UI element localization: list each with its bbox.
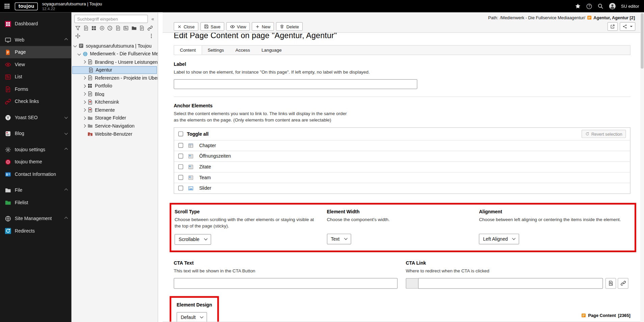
anchor-row[interactable]: Team bbox=[174, 172, 630, 183]
toujou-logo[interactable]: toujou bbox=[15, 2, 38, 10]
help-icon[interactable]: ? bbox=[587, 3, 592, 9]
tab-language[interactable]: Language bbox=[256, 46, 288, 55]
cta-link-input[interactable] bbox=[418, 278, 603, 289]
chevron-up-icon bbox=[64, 217, 68, 220]
tab-access[interactable]: Access bbox=[230, 46, 256, 55]
sidebar-item-forms[interactable]: Forms bbox=[0, 83, 72, 96]
record-uid: [2365] bbox=[618, 313, 630, 318]
sidebar-item-list[interactable]: List bbox=[0, 71, 72, 83]
search-icon[interactable] bbox=[597, 3, 604, 9]
expand-icon[interactable] bbox=[82, 85, 86, 87]
new-page-icon[interactable] bbox=[83, 25, 88, 31]
anchor-row[interactable]: Slider bbox=[174, 183, 630, 193]
cta-text-input[interactable] bbox=[174, 278, 398, 289]
link-browser-button[interactable] bbox=[618, 278, 628, 289]
expand-icon[interactable] bbox=[73, 45, 77, 47]
caret-down-icon bbox=[630, 26, 633, 27]
anchor-row-checkbox[interactable] bbox=[178, 175, 183, 180]
sidebar-item-file[interactable]: File bbox=[0, 184, 72, 196]
close-button[interactable]: Close bbox=[174, 22, 198, 31]
sidebar-item-toujou-theme[interactable]: toujou theme bbox=[0, 156, 72, 168]
sidebar-item-blog[interactable]: Blog bbox=[0, 127, 72, 140]
avatar[interactable] bbox=[609, 3, 616, 9]
delete-button[interactable]: Delete bbox=[276, 22, 302, 31]
expand-icon[interactable] bbox=[82, 77, 86, 79]
expand-icon[interactable] bbox=[82, 61, 86, 63]
bookmark-star-icon[interactable] bbox=[575, 3, 581, 9]
vertical-scrollbar[interactable] bbox=[640, 12, 644, 322]
clock-icon[interactable] bbox=[107, 25, 113, 31]
note-icon[interactable] bbox=[139, 25, 145, 31]
page-tree-panel: « soyagun bbox=[72, 12, 158, 322]
sidebar-item-redirects[interactable]: Redirects bbox=[0, 225, 72, 237]
expand-icon[interactable] bbox=[77, 53, 81, 55]
sidebar-item-contact-information[interactable]: Contact Information bbox=[0, 168, 72, 181]
expand-icon[interactable] bbox=[82, 125, 86, 127]
sidebar-item-filelist[interactable]: Filelist bbox=[0, 196, 72, 209]
sidebar-item-dashboard[interactable]: Dashboard bbox=[0, 18, 72, 30]
grid-icon[interactable] bbox=[91, 25, 97, 31]
tree-node-referenzen[interactable]: Referenzen - Projekte im Überblick bbox=[72, 74, 158, 82]
redirects-icon bbox=[4, 227, 11, 235]
collapse-tree-icon[interactable]: « bbox=[150, 16, 156, 22]
tree-node-service-navigation[interactable]: Service-Navigation bbox=[72, 122, 158, 130]
tree-node-kitchensink[interactable]: Kitchensink bbox=[72, 98, 158, 106]
anchor-row-checkbox[interactable] bbox=[178, 154, 183, 159]
open-in-new-window-button[interactable] bbox=[608, 22, 618, 31]
expand-icon[interactable] bbox=[82, 101, 86, 103]
sidebar-item-web[interactable]: Web bbox=[0, 34, 72, 46]
sidebar-item-page[interactable]: Page bbox=[0, 46, 72, 58]
tree-node-root[interactable]: soyagunsarufutsumura | Toujou bbox=[72, 42, 158, 50]
tree-node-portfolio[interactable]: Portfolio bbox=[72, 82, 158, 90]
expand-icon[interactable] bbox=[82, 109, 86, 111]
tree-node-website-benutzer[interactable]: Website-Benutzer bbox=[72, 130, 158, 138]
sidebar-item-toujou-settings[interactable]: toujou settings bbox=[0, 143, 72, 156]
toggle-all-checkbox[interactable] bbox=[178, 131, 183, 136]
label-input[interactable] bbox=[174, 79, 418, 89]
anchor-row[interactable]: Zitate bbox=[174, 161, 630, 172]
expand-icon[interactable] bbox=[82, 117, 86, 119]
anchor-row-checkbox[interactable] bbox=[178, 186, 183, 191]
expand-icon[interactable] bbox=[82, 93, 86, 95]
module-menu-toggle-button[interactable] bbox=[0, 0, 14, 12]
tree-node-medienwerk[interactable]: Medienwerk - Die Fullservice Mediaagentu… bbox=[72, 50, 158, 58]
anchor-row-checkbox[interactable] bbox=[178, 164, 183, 169]
tree-search-input[interactable] bbox=[74, 15, 148, 23]
document-icon[interactable] bbox=[115, 25, 120, 31]
record-browser-button[interactable] bbox=[606, 278, 616, 289]
new-button[interactable]: New bbox=[252, 22, 274, 31]
view-button[interactable]: View bbox=[226, 22, 250, 31]
funnel-icon[interactable] bbox=[75, 25, 81, 31]
folder-icon[interactable] bbox=[131, 25, 137, 31]
target-icon[interactable] bbox=[99, 25, 105, 31]
tree-node-branding[interactable]: Branding - Unsere Leistungen bbox=[72, 58, 158, 66]
sidebar-item-check-links[interactable]: Check links bbox=[0, 95, 72, 108]
scroll-type-select[interactable]: Scrollable bbox=[175, 234, 211, 245]
tree-node-agentur[interactable]: Agentur bbox=[72, 66, 157, 74]
save-button[interactable]: Save bbox=[200, 22, 224, 31]
drag-handle-icon[interactable] bbox=[75, 33, 81, 39]
scrollbar-thumb[interactable] bbox=[641, 13, 644, 69]
anchor-row[interactable]: Chapter bbox=[174, 140, 630, 151]
page-red-icon bbox=[87, 107, 93, 113]
folder-outline-icon bbox=[4, 186, 11, 194]
tab-content[interactable]: Content bbox=[174, 46, 202, 55]
share-button[interactable] bbox=[620, 22, 635, 31]
sidebar-item-view[interactable]: View bbox=[0, 58, 72, 71]
tree-node-elemente[interactable]: Elemente bbox=[72, 106, 158, 114]
sidebar-item-yoast-seo[interactable]: Yoast SEO bbox=[0, 111, 72, 124]
revert-selection-button[interactable]: Revert selection bbox=[582, 130, 626, 138]
tree-node-storage-folder[interactable]: Storage Folder bbox=[72, 114, 158, 122]
card-icon[interactable] bbox=[123, 25, 129, 31]
element-design-select[interactable]: Default bbox=[177, 312, 207, 322]
tree-node-blog[interactable]: Blog bbox=[72, 90, 158, 98]
tab-settings[interactable]: Settings bbox=[202, 46, 230, 55]
sidebar-item-site-management[interactable]: Site Management bbox=[0, 212, 72, 225]
tree-menu-kebab-icon[interactable] bbox=[149, 33, 154, 39]
alignment-select[interactable]: Left Aligned bbox=[479, 234, 519, 244]
element-width-select[interactable]: Text bbox=[327, 234, 351, 244]
link-icon[interactable] bbox=[147, 25, 153, 31]
panel-splitter[interactable] bbox=[158, 12, 162, 322]
anchor-row-checkbox[interactable] bbox=[178, 143, 183, 148]
anchor-row[interactable]: Öffnungszeiten bbox=[174, 151, 630, 161]
